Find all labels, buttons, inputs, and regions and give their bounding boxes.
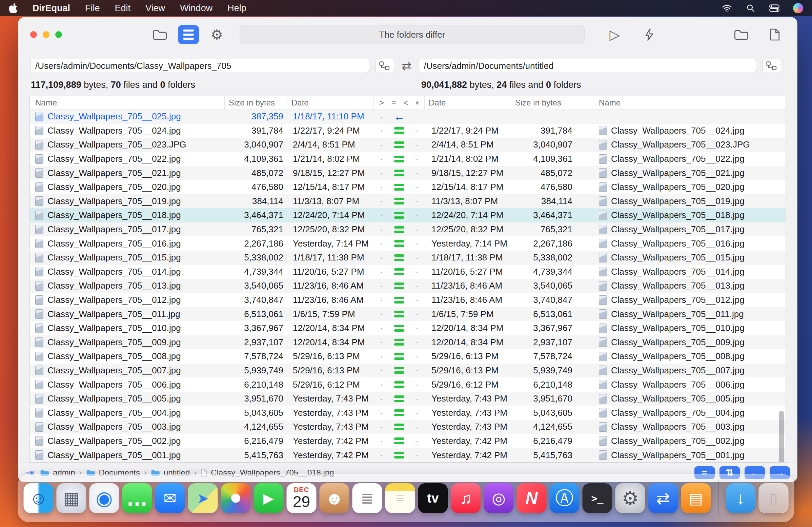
table-row[interactable]: Classy_Wallpapers_705__024.jpg 391,784 1…	[30, 124, 786, 138]
table-row[interactable]: Classy_Wallpapers_705__009.jpg 2,937,107…	[30, 336, 786, 350]
right-file-date: 1/6/15, 7:59 PM	[431, 309, 494, 319]
siri-icon[interactable]	[793, 3, 803, 13]
dock-contacts-icon[interactable]: ☻	[320, 483, 349, 513]
image-file-icon	[599, 154, 607, 164]
dock-trash-icon[interactable]: ▯	[759, 483, 788, 513]
report-document-button[interactable]	[764, 25, 785, 44]
image-file-icon	[35, 112, 43, 122]
table-row[interactable]: Classy_Wallpapers_705__023.JPG 3,040,907…	[30, 138, 786, 152]
table-row[interactable]: Classy_Wallpapers_705__025.jpg 387,359 1…	[30, 110, 786, 124]
table-row[interactable]: Classy_Wallpapers_705__014.jpg 4,739,344…	[30, 265, 786, 279]
less-dot-icon	[416, 309, 419, 319]
table-row[interactable]: Classy_Wallpapers_705__019.jpg 384,114 1…	[30, 194, 786, 209]
table-row[interactable]: Classy_Wallpapers_705__012.jpg 3,740,847…	[30, 293, 786, 307]
table-row[interactable]: Classy_Wallpapers_705__021.jpg 485,072 9…	[30, 166, 786, 180]
dock-mail-icon[interactable]: ✉	[155, 483, 185, 513]
wifi-icon[interactable]	[722, 4, 732, 13]
left-file-date: 12/20/14, 8:34 PM	[293, 323, 365, 333]
left-pane-summary: 117,109,889 bytes, 70 files and 0 folder…	[31, 80, 421, 90]
swap-panes-icon[interactable]: ⇄	[402, 59, 411, 73]
dock-podcasts-icon[interactable]: ◎	[484, 483, 514, 513]
left-folder-picker-button[interactable]	[375, 59, 394, 73]
table-row[interactable]: Classy_Wallpapers_705__020.jpg 476,580 1…	[30, 180, 786, 194]
open-folder-button[interactable]	[731, 25, 752, 44]
apple-menu-icon[interactable]	[9, 3, 18, 13]
settings-gear-button[interactable]: ⚙	[206, 25, 228, 44]
dock-maps-icon[interactable]: ➤	[188, 483, 218, 513]
dock-messages-icon[interactable]: …	[122, 483, 152, 513]
dock-facetime-icon[interactable]: ▶	[254, 483, 284, 513]
close-button[interactable]	[30, 31, 37, 38]
right-folder-picker-button[interactable]	[762, 59, 781, 73]
table-row[interactable]: Classy_Wallpapers_705__011.jpg 6,513,061…	[30, 307, 786, 321]
left-file-date: 12/15/14, 8:17 PM	[293, 182, 365, 192]
right-path-input[interactable]	[419, 59, 756, 73]
menubar-app-name[interactable]: DirEqual	[32, 3, 70, 14]
dock-news-icon[interactable]: N	[517, 483, 547, 513]
table-row[interactable]: Classy_Wallpapers_705__018.jpg 3,464,371…	[30, 208, 786, 223]
table-row[interactable]: Classy_Wallpapers_705__007.jpg 5,939,749…	[30, 364, 786, 378]
dock-calendar-icon[interactable]: DEC29	[287, 483, 317, 513]
dock-music-icon[interactable]: ♫	[451, 483, 481, 513]
run-compare-play-button[interactable]: ▷	[604, 25, 625, 44]
header-compare-filter[interactable]: > = < ▾	[374, 96, 425, 110]
left-file-date: Yesterday, 7:43 PM	[293, 408, 369, 418]
dock-finder-icon[interactable]: ☺	[24, 483, 54, 513]
control-center-icon[interactable]	[769, 4, 780, 13]
header-date-left[interactable]: Date	[287, 96, 374, 110]
menu-file[interactable]: File	[85, 3, 100, 14]
menu-edit[interactable]: Edit	[115, 3, 131, 14]
table-row[interactable]: Classy_Wallpapers_705__010.jpg 3,367,967…	[30, 321, 786, 336]
header-size-right[interactable]: Size in bytes	[511, 96, 577, 110]
table-row[interactable]: Classy_Wallpapers_705__022.jpg 4,109,361…	[30, 152, 786, 166]
table-row[interactable]: Classy_Wallpapers_705__002.jpg 6,216,479…	[30, 434, 786, 448]
header-greater-than[interactable]: >	[379, 98, 384, 108]
dock-books-icon[interactable]: ▤	[681, 483, 711, 513]
table-row[interactable]: Classy_Wallpapers_705__001.jpg 5,415,763…	[30, 448, 786, 462]
table-row[interactable]: Classy_Wallpapers_705__008.jpg 7,578,724…	[30, 349, 786, 364]
table-row[interactable]: Classy_Wallpapers_705__013.jpg 3,540,065…	[30, 279, 786, 293]
compare-indicator: ←	[374, 392, 425, 406]
minimize-button[interactable]	[43, 31, 49, 38]
new-comparison-folder-button[interactable]	[149, 25, 171, 44]
dock-terminal-icon[interactable]: >_	[583, 483, 612, 513]
dock-reminders-icon[interactable]: ≣	[352, 483, 382, 513]
header-date-right[interactable]: Date	[425, 96, 511, 110]
compare-indicator: ←	[374, 138, 425, 152]
table-row[interactable]: Classy_Wallpapers_705__005.jpg 3,951,670…	[30, 392, 786, 406]
greater-dot-icon	[380, 365, 383, 376]
header-size-left[interactable]: Size in bytes	[225, 96, 287, 110]
quick-sync-bolt-button[interactable]	[639, 25, 660, 44]
table-row[interactable]: Classy_Wallpapers_705__016.jpg 2,267,186…	[30, 237, 786, 251]
dock-appstore-icon[interactable]: Ⓐ	[550, 483, 580, 513]
dock-downloads-icon[interactable]: ↓	[726, 483, 756, 513]
image-file-icon	[35, 196, 43, 206]
menu-help[interactable]: Help	[228, 3, 246, 14]
dock-photos-icon[interactable]	[221, 483, 251, 513]
dock-settings-icon[interactable]: ⚙	[615, 483, 645, 513]
menu-window[interactable]: Window	[180, 3, 213, 14]
chevron-down-icon[interactable]: ▾	[416, 99, 419, 107]
menu-view[interactable]: View	[145, 3, 165, 14]
image-file-icon	[599, 281, 607, 290]
compare-view-button[interactable]	[178, 25, 199, 44]
table-row[interactable]: Classy_Wallpapers_705__006.jpg 6,210,148…	[30, 378, 786, 392]
dock-tv-icon[interactable]: tv	[418, 483, 448, 513]
dock-launchpad-icon[interactable]: ▦	[57, 483, 86, 513]
table-row[interactable]: Classy_Wallpapers_705__004.jpg 5,043,605…	[30, 405, 786, 420]
zoom-button[interactable]	[55, 31, 62, 38]
header-name-left[interactable]: Name	[30, 96, 225, 110]
header-equal[interactable]: =	[391, 98, 396, 108]
dock-direqual-icon[interactable]: ⇄	[648, 483, 678, 513]
table-row[interactable]: Classy_Wallpapers_705__003.jpg 4,124,655…	[30, 420, 786, 434]
dock-notes-icon[interactable]: ≡	[385, 483, 415, 513]
less-dot-icon	[416, 379, 419, 390]
table-row[interactable]: Classy_Wallpapers_705__017.jpg 765,321 1…	[30, 223, 786, 237]
dock-safari-icon[interactable]: ◉	[89, 483, 119, 513]
header-less-than[interactable]: <	[403, 98, 408, 108]
search-icon[interactable]	[745, 4, 756, 13]
table-row[interactable]: Classy_Wallpapers_705__015.jpg 5,338,002…	[30, 251, 786, 265]
vertical-scrollbar[interactable]	[779, 411, 784, 462]
left-path-input[interactable]	[30, 59, 369, 73]
header-name-right[interactable]: Name	[577, 96, 786, 110]
